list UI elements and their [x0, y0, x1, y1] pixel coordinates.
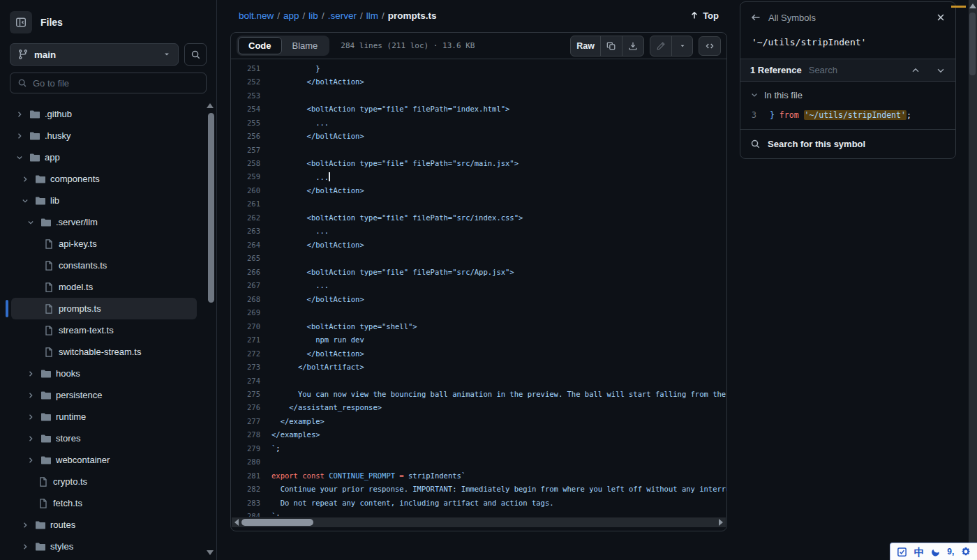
- page-scroll-up-arrow[interactable]: [969, 3, 976, 8]
- branch-selector[interactable]: main: [10, 43, 179, 66]
- breadcrumb-repo-link[interactable]: bolt.new: [239, 10, 274, 21]
- tree-item-api-key-ts[interactable]: api-key.ts: [11, 233, 197, 255]
- hscroll-left-arrow[interactable]: [232, 519, 241, 526]
- line-number[interactable]: 256: [231, 132, 271, 140]
- line-number[interactable]: 257: [231, 146, 271, 154]
- line-number[interactable]: 265: [231, 254, 271, 262]
- line-number[interactable]: 253: [231, 91, 271, 100]
- tree-item-stream-text-ts[interactable]: stream-text.ts: [11, 319, 197, 341]
- search-this-repo-button[interactable]: [184, 43, 207, 66]
- translate-icon[interactable]: 中: [914, 547, 925, 557]
- line-number[interactable]: 251: [231, 64, 271, 73]
- tree-item-styles[interactable]: styles: [11, 536, 197, 557]
- code-line-262: 262 <boltAction type="file" filePath="sr…: [231, 211, 726, 224]
- raw-button[interactable]: Raw: [571, 36, 600, 56]
- in-this-file-section[interactable]: In this file: [740, 84, 955, 105]
- breadcrumb-link-llm[interactable]: llm: [366, 10, 378, 21]
- select-check-icon[interactable]: [897, 547, 907, 557]
- tree-item-constants-ts[interactable]: constants.ts: [11, 255, 197, 276]
- line-number[interactable]: 284: [231, 512, 271, 517]
- collapse-file-tree-button[interactable]: [10, 11, 32, 33]
- selected-symbol-name: '~/utils/stripIndent': [740, 33, 955, 59]
- line-number[interactable]: 274: [231, 377, 271, 385]
- hscroll-thumb[interactable]: [241, 519, 313, 526]
- tree-item-crypto-ts[interactable]: crypto.ts: [11, 471, 197, 492]
- tree-item-runtime[interactable]: runtime: [11, 406, 197, 427]
- tree-item-switchable-stream-ts[interactable]: switchable-stream.ts: [11, 341, 197, 363]
- line-number[interactable]: 270: [231, 322, 271, 331]
- breadcrumb-link-lib[interactable]: lib: [308, 10, 318, 21]
- page-scrollbar-thumb[interactable]: [969, 13, 976, 75]
- tree-item-routes[interactable]: routes: [11, 514, 197, 536]
- line-number[interactable]: 271: [231, 335, 271, 344]
- line-number[interactable]: 283: [231, 499, 271, 507]
- quote-icon[interactable]: 9,: [947, 547, 954, 556]
- tree-item-lib[interactable]: lib: [11, 190, 197, 211]
- line-number[interactable]: 281: [231, 471, 271, 480]
- line-number[interactable]: 273: [231, 363, 271, 371]
- download-raw-button[interactable]: [622, 36, 643, 56]
- close-icon[interactable]: [936, 13, 946, 22]
- tree-item-fetch-ts[interactable]: fetch.ts: [11, 492, 197, 514]
- tree-item-prompts-ts[interactable]: prompts.ts: [11, 298, 197, 319]
- tree-item-components[interactable]: components: [11, 168, 197, 190]
- hscroll-right-arrow[interactable]: [716, 519, 726, 526]
- line-number[interactable]: 277: [231, 417, 271, 425]
- tree-item-persistence[interactable]: persistence: [11, 384, 197, 406]
- line-number[interactable]: 252: [231, 77, 271, 86]
- page-scrollbar[interactable]: [969, 0, 977, 560]
- line-number[interactable]: 261: [231, 199, 271, 208]
- edit-file-button[interactable]: [650, 36, 671, 56]
- line-number[interactable]: 258: [231, 159, 271, 167]
- tab-blame[interactable]: Blame: [282, 37, 329, 54]
- settings-gear-icon[interactable]: [961, 547, 971, 557]
- scroll-to-top-button[interactable]: Top: [684, 8, 724, 24]
- dark-mode-icon[interactable]: [930, 545, 942, 558]
- line-number[interactable]: 276: [231, 403, 271, 411]
- reference-line[interactable]: 3 } from '~/utils/stripIndent';: [740, 105, 955, 125]
- copy-raw-button[interactable]: [600, 36, 622, 56]
- line-number[interactable]: 262: [231, 213, 271, 222]
- tree-item-webcontainer[interactable]: webcontainer: [11, 449, 197, 471]
- breadcrumb-link-server[interactable]: .server: [328, 10, 357, 21]
- search-for-symbol-button[interactable]: Search for this symbol: [740, 130, 955, 158]
- line-number[interactable]: 255: [231, 119, 271, 127]
- line-number[interactable]: 279: [231, 444, 271, 453]
- tree-item--server-llm[interactable]: .server/llm: [11, 211, 197, 233]
- chevron-down-icon[interactable]: [936, 66, 946, 75]
- tree-item--husky[interactable]: .husky: [11, 125, 197, 146]
- line-number[interactable]: 282: [231, 485, 271, 493]
- tab-code[interactable]: Code: [238, 37, 282, 54]
- edit-dropdown-button[interactable]: [671, 36, 692, 56]
- line-number[interactable]: 278: [231, 430, 271, 439]
- tree-item-app[interactable]: app: [11, 146, 197, 168]
- line-number[interactable]: 280: [231, 457, 271, 466]
- line-number[interactable]: 263: [231, 227, 271, 235]
- file-icon: [43, 282, 54, 293]
- go-to-file-input[interactable]: [33, 78, 199, 89]
- line-number[interactable]: 264: [231, 241, 271, 249]
- line-number[interactable]: 267: [231, 281, 271, 289]
- line-number[interactable]: 272: [231, 349, 271, 358]
- line-number[interactable]: 275: [231, 390, 271, 398]
- tree-item--github[interactable]: .github: [11, 103, 197, 125]
- tree-item-hooks[interactable]: hooks: [11, 363, 197, 384]
- sidebar-scroll-down-arrow[interactable]: [207, 550, 215, 559]
- chevron-up-icon[interactable]: [911, 66, 920, 75]
- line-number[interactable]: 260: [231, 186, 271, 195]
- sidebar-scrollbar-thumb[interactable]: [208, 113, 214, 303]
- breadcrumb-link-app[interactable]: app: [283, 10, 299, 21]
- symbols-panel-toggle-button[interactable]: [699, 36, 721, 56]
- line-number[interactable]: 259: [231, 172, 271, 181]
- tree-item-stores[interactable]: stores: [11, 427, 197, 449]
- line-number[interactable]: 254: [231, 105, 271, 113]
- line-number[interactable]: 268: [231, 295, 271, 303]
- reference-search[interactable]: Search: [809, 65, 904, 75]
- sidebar-scroll-up-arrow[interactable]: [207, 103, 215, 112]
- tree-item-model-ts[interactable]: model.ts: [11, 276, 197, 298]
- hscroll-track[interactable]: [241, 517, 716, 527]
- back-arrow-icon[interactable]: [750, 12, 761, 23]
- line-number[interactable]: 266: [231, 268, 271, 276]
- all-symbols-label[interactable]: All Symbols: [768, 13, 929, 23]
- line-number[interactable]: 269: [231, 308, 271, 317]
